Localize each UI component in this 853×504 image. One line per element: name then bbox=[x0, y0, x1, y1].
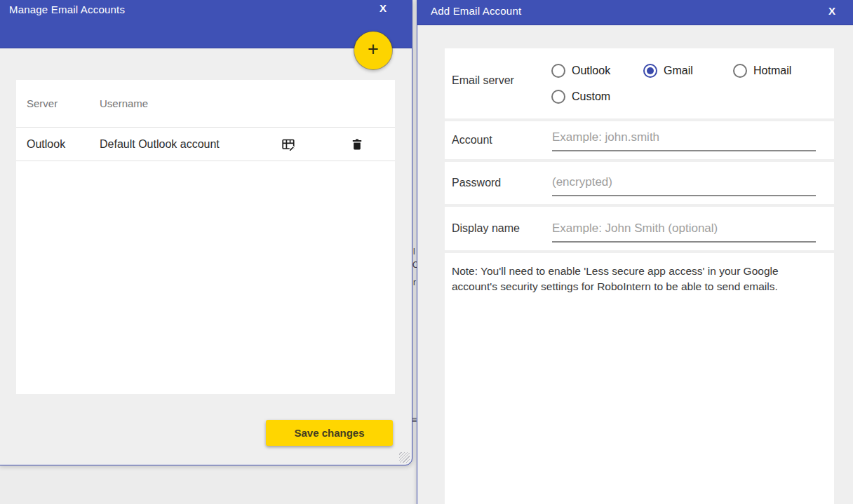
radio-circle-icon[interactable] bbox=[733, 64, 747, 78]
display-name-label: Display name bbox=[452, 222, 520, 235]
note-section: Note: You'll need to enable 'Less secure… bbox=[445, 253, 834, 504]
radio-hotmail[interactable]: Hotmail bbox=[733, 64, 791, 78]
delete-account-icon[interactable] bbox=[348, 135, 366, 154]
accounts-table: Server Username Outlook Default Outlook … bbox=[16, 80, 395, 394]
cell-server: Outlook bbox=[16, 138, 100, 151]
dialog-title: Manage Email Accounts bbox=[9, 4, 125, 15]
dialog-header: Add Email Account X bbox=[417, 0, 853, 25]
account-input[interactable] bbox=[552, 129, 816, 151]
radio-outlook[interactable]: Outlook bbox=[551, 64, 643, 78]
note-text: Note: You'll need to enable 'Less secure… bbox=[445, 253, 834, 294]
radio-gmail[interactable]: Gmail bbox=[643, 64, 733, 78]
resize-grip[interactable] bbox=[399, 452, 410, 463]
radio-circle-icon[interactable] bbox=[551, 64, 565, 78]
background-fragment: ≡ bbox=[412, 415, 417, 425]
close-icon[interactable]: X bbox=[380, 2, 387, 14]
email-server-radio-group: Outlook Gmail Hotmail bbox=[551, 57, 791, 109]
password-section: Password bbox=[445, 162, 834, 204]
radio-circle-icon[interactable] bbox=[643, 64, 657, 78]
manage-email-accounts-dialog: Manage Email Accounts X + Server Usernam… bbox=[0, 0, 412, 465]
radio-custom[interactable]: Custom bbox=[551, 90, 643, 104]
account-section: Account bbox=[445, 121, 834, 159]
table-header-row: Server Username bbox=[16, 80, 395, 128]
dialog-header: Manage Email Accounts X bbox=[0, 0, 412, 48]
table-row: Outlook Default Outlook account bbox=[16, 128, 395, 161]
add-account-button[interactable]: + bbox=[354, 32, 392, 69]
add-email-account-dialog: Add Email Account X Email server Outlook… bbox=[417, 0, 853, 504]
display-name-section: Display name bbox=[445, 207, 834, 250]
dialog-title: Add Email Account bbox=[431, 5, 521, 17]
column-header-server: Server bbox=[16, 97, 100, 109]
email-server-section: Email server Outlook Gmail H bbox=[445, 48, 834, 118]
desktop-background: l C r ≡ Manage Email Accounts X + Server… bbox=[0, 0, 853, 504]
edit-account-icon[interactable] bbox=[279, 135, 297, 154]
account-label: Account bbox=[452, 134, 492, 147]
column-header-username: Username bbox=[100, 97, 257, 109]
close-icon[interactable]: X bbox=[828, 5, 835, 17]
password-input[interactable] bbox=[552, 174, 816, 196]
password-label: Password bbox=[452, 177, 501, 189]
cell-username: Default Outlook account bbox=[100, 138, 257, 151]
radio-circle-icon[interactable] bbox=[551, 90, 565, 104]
save-changes-button[interactable]: Save changes bbox=[266, 420, 393, 446]
email-server-label: Email server bbox=[452, 74, 514, 87]
add-account-form: Email server Outlook Gmail H bbox=[445, 48, 834, 504]
display-name-input[interactable] bbox=[552, 220, 816, 243]
